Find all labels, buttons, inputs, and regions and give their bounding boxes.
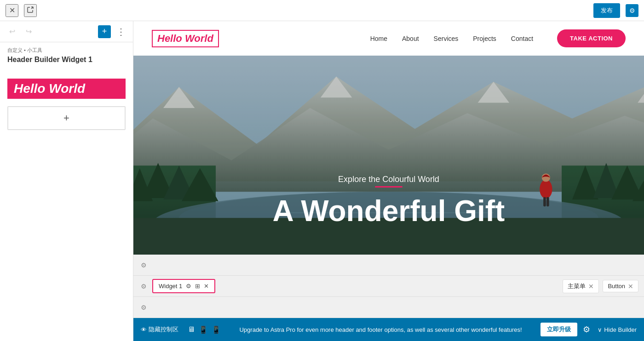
add-area-plus-icon: + [63,112,69,124]
nav-projects[interactable]: Projects [473,35,496,42]
hello-world-preview: Hello World [7,79,126,99]
button-tag: Button ✕ [603,280,638,292]
upgrade-button[interactable]: 立即升级 [540,323,577,336]
hero-underline-decoration [375,186,402,188]
more-icon: ⋮ [116,26,126,37]
nav-about[interactable]: About [402,35,419,42]
undo-icon: ↩ [9,27,15,36]
main-layout: ↩ ↪ + ⋮ 自定义 • 小工具 Header Builder Widget … [0,21,644,341]
widget-1-box: Widget 1 ⚙ ⊞ ✕ [152,279,215,293]
row-2-gear-icon[interactable]: ⚙ [139,281,149,292]
hide-builder-label: Hide Builder [604,326,637,333]
device-buttons: 🖥 📱 📱 [188,325,221,334]
nav-home[interactable]: Home [370,35,387,42]
widget-row-3: ⚙ [133,297,644,318]
upgrade-message: Upgrade to Astra Pro for even more heade… [226,326,535,333]
widget-row-1: ⚙ [133,255,644,276]
bottom-settings-icon[interactable]: ⚙ [583,324,590,335]
desktop-icon[interactable]: 🖥 [188,325,195,334]
breadcrumb: 自定义 • 小工具 [0,42,133,55]
add-widget-button[interactable]: + [98,25,111,38]
chevron-down-icon: ∨ [598,326,602,333]
more-options-button[interactable]: ⋮ [115,25,127,38]
bottom-bar: 👁 隐藏控制区 🖥 📱 📱 Upgrade to Astra Pro for e… [133,318,644,341]
close-icon: ✕ [9,6,15,15]
hide-builder-button[interactable]: ∨ Hide Builder [598,326,637,333]
link-icon [27,6,34,15]
eye-icon: 👁 [141,326,147,333]
sidebar-nav: ↩ ↪ + ⋮ [0,21,133,42]
admin-settings-button[interactable]: ⚙ [626,4,638,17]
redo-icon: ↪ [26,27,32,36]
site-logo: Hello World [152,30,219,47]
redo-button[interactable]: ↪ [22,25,35,38]
widget-settings-icon[interactable]: ⚙ [186,283,191,290]
widget-close-icon[interactable]: ✕ [204,283,209,290]
widget-builder: ⚙ ⚙ Widget 1 ⚙ ⊞ ✕ 主菜单 ✕ Button ✕ [133,255,644,318]
plus-icon: + [102,27,107,36]
sidebar: ↩ ↪ + ⋮ 自定义 • 小工具 Header Builder Widget … [0,21,133,341]
take-action-button[interactable]: TAKE ACTION [557,29,626,47]
widget-row-2: ⚙ Widget 1 ⚙ ⊞ ✕ 主菜单 ✕ Button ✕ [133,276,644,297]
widget-resize-icon[interactable]: ⊞ [195,283,200,290]
hide-controls-button[interactable]: 👁 隐藏控制区 [141,325,178,334]
hero-subtitle: Explore the Colourful World [133,175,644,184]
sidebar-title: Header Builder Widget 1 [0,55,133,71]
link-button[interactable] [24,4,37,17]
main-menu-tag-label: 主菜单 [568,282,586,290]
close-button[interactable]: ✕ [6,4,18,17]
hero-text: Explore the Colourful World A Wonderful … [133,175,644,227]
hero-section: Explore the Colourful World A Wonderful … [133,56,644,255]
nav-contact[interactable]: Contact [511,35,533,42]
main-menu-tag-close[interactable]: ✕ [588,283,594,290]
sidebar-content: Hello World + [0,71,133,341]
main-menu-tag: 主菜单 ✕ [563,279,599,293]
row-1-gear-icon[interactable]: ⚙ [139,260,149,271]
widget-1-label: Widget 1 [159,283,182,290]
button-tag-label: Button [608,283,625,290]
admin-bar: ✕ 发布 ⚙ [0,0,644,21]
bottom-right-controls: ⚙ ∨ Hide Builder [583,324,637,335]
nav-services[interactable]: Services [434,35,459,42]
mobile-icon[interactable]: 📱 [212,325,221,334]
undo-button[interactable]: ↩ [6,25,18,38]
preview-area: Hello World Home About Services Projects… [133,21,644,341]
settings-icon: ⚙ [629,7,635,14]
tablet-icon[interactable]: 📱 [199,325,208,334]
site-nav: Home About Services Projects Contact TAK… [370,29,626,47]
site-header-preview: Hello World Home About Services Projects… [133,21,644,56]
hero-title: A Wonderful Gift [133,195,644,227]
add-widget-area[interactable]: + [7,106,126,130]
publish-button[interactable]: 发布 [593,3,620,18]
row-3-gear-icon[interactable]: ⚙ [139,302,149,313]
button-tag-close[interactable]: ✕ [628,283,633,290]
hide-controls-label: 隐藏控制区 [149,325,178,334]
